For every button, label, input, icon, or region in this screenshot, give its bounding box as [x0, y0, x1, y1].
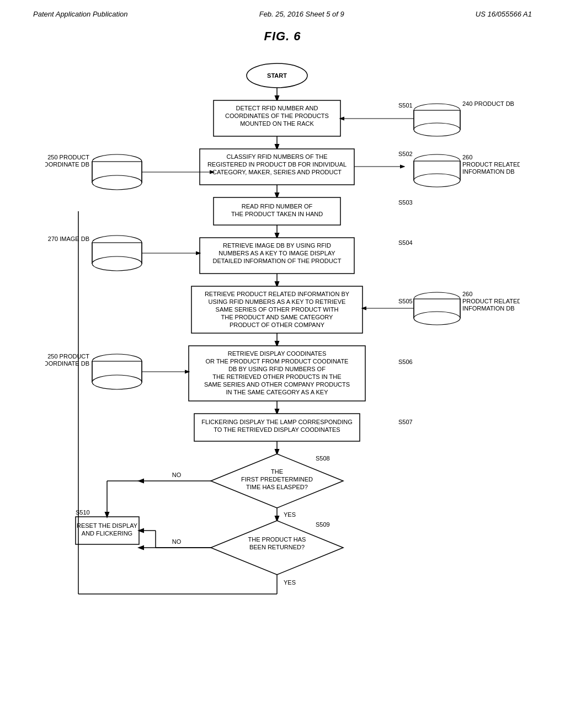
- svg-point-37: [414, 312, 460, 325]
- s510-label: S510: [76, 509, 90, 516]
- s503-label: S503: [398, 199, 413, 206]
- s507-label: S507: [398, 419, 413, 425]
- diagram-container: FIG. 6 START S501 DETECT RFID NUMBER AND…: [0, 18, 565, 671]
- start-label: START: [267, 72, 287, 79]
- s506-text-line2: OR THE PRODUCT FROM PRODUCT COODINATE: [206, 358, 349, 365]
- s503-text-line2: THE PRODUCT TAKEN IN HAND: [231, 211, 323, 217]
- s506-text-line6: IN THE SAME CATEGORY AS A KEY: [226, 389, 328, 395]
- s502-text-line3: CATEGORY, MAKER, SERIES AND PRODUCT: [212, 169, 342, 175]
- s509-text-line2: BEEN RETURNED?: [249, 544, 305, 550]
- s508-yes-label: YES: [284, 511, 296, 518]
- db240-label: 240 PRODUCT DB: [462, 100, 514, 107]
- s503-text-line1: READ RFID NUMBER OF: [242, 203, 313, 210]
- db260b-label1: 260: [462, 291, 472, 297]
- s505-text-line1: RETRIEVE PRODUCT RELATED INFORMATION BY: [205, 291, 350, 297]
- s501-text-line1: DETECT RFID NUMBER AND: [236, 105, 318, 111]
- s505-text-line4: THE PRODUCT AND SAME CATEGORY: [221, 314, 334, 320]
- db250a-label2: COORDINATE DB: [45, 161, 89, 168]
- s506-text-line1: RETRIEVE DISPLAY COODINATES: [228, 350, 327, 357]
- svg-point-14: [414, 174, 460, 187]
- db260a-label3: INFORMATION DB: [462, 168, 515, 175]
- s501-label: S501: [398, 102, 413, 109]
- s504-text-line2: NUMBERS AS A KEY TO IMAGE DISPLAY: [218, 250, 335, 256]
- s505-label: S505: [398, 298, 413, 304]
- s501-text-line2: COORDINATES OF THE PRODUCTS: [225, 113, 329, 119]
- s508-text-line1: THE: [271, 468, 283, 475]
- s508-label: S508: [316, 455, 330, 462]
- s501-text-line3: MOUNTED ON THE RACK: [240, 120, 314, 127]
- s507-text-line1: FLICKERING DISPLAY THE LAMP CORRESPONDIN…: [201, 419, 353, 425]
- s510-text-line1: RESET THE DISPLAY: [77, 522, 138, 529]
- s509-label: S509: [316, 521, 330, 528]
- s502-text-line1: CLASSIFY RFID NUMBERS OF THE: [227, 153, 328, 160]
- s502-text-line2: REGISTERED IN PRODUCT DB FOR INDIVIDUAL: [207, 161, 347, 168]
- s509-yes-label: YES: [284, 579, 296, 586]
- db260b-label3: INFORMATION DB: [462, 305, 515, 312]
- s506-label: S506: [398, 358, 413, 365]
- s506-text-line5: SAME SERIES AND OTHER COMPANY PRODUCTS: [204, 381, 350, 388]
- s505-text-line3: SAME SERIES OF OTHER PRODUCT WITH: [216, 306, 339, 313]
- svg-point-45: [92, 375, 142, 389]
- header-middle: Feb. 25, 2016 Sheet 5 of 9: [259, 10, 344, 18]
- header-left: Patent Application Publication: [33, 10, 128, 18]
- db250a-label1: 250 PRODUCT: [47, 154, 89, 160]
- db260b-label2: PRODUCT RELATED: [462, 298, 520, 304]
- s505-text-line5: PRODUCT OF OTHER COMPANY: [230, 322, 325, 328]
- flowchart-svg: START S501 DETECT RFID NUMBER AND COORDI…: [45, 53, 520, 660]
- db260a-label1: 260: [462, 154, 472, 160]
- s505-text-line2: USING RFID NUMBERS AS A KEY TO RETRIEVE: [209, 298, 346, 305]
- s504-text-line3: DETAILED INFORMATION OF THE PRODUCT: [213, 258, 342, 264]
- page-header: Patent Application Publication Feb. 25, …: [0, 0, 565, 18]
- s508-text-line2: FIRST PREDETERMINED: [241, 476, 313, 483]
- s504-text-line1: RETRIEVE IMAGE DB BY USING RFID: [223, 242, 331, 249]
- db250b-label2: COORDINATE DB: [45, 360, 89, 367]
- s507-text-line2: TO THE RETRIEVED DISPLAY COODINATES: [214, 426, 340, 433]
- db270-label: 270 IMAGE DB: [48, 235, 89, 242]
- s502-label: S502: [398, 151, 413, 157]
- db260a-label2: PRODUCT RELATED: [462, 161, 520, 168]
- s509-text-line1: THE PRODUCT HAS: [248, 536, 306, 543]
- header-right: US 16/055566 A1: [476, 10, 532, 18]
- svg-point-29: [92, 256, 142, 271]
- svg-point-21: [92, 175, 142, 190]
- s510-text-line2: AND FLICKERING: [82, 530, 132, 537]
- db250b-label1: 250 PRODUCT: [47, 353, 89, 360]
- s506-text-line4: THE RETRIEVED OTHER PRODUCTS IN THE: [212, 373, 341, 380]
- s506-text-line3: DB BY USING RFID NUMBERS OF: [228, 366, 326, 372]
- fig-title: FIG. 6: [33, 29, 532, 44]
- s508-no-label: NO: [172, 472, 182, 478]
- s504-label: S504: [398, 239, 413, 246]
- s508-text-line3: TIME HAS ELASPED?: [246, 484, 308, 490]
- flowchart-wrapper: START S501 DETECT RFID NUMBER AND COORDI…: [33, 53, 532, 660]
- s509-no-label: NO: [172, 538, 182, 545]
- svg-point-5: [414, 123, 460, 136]
